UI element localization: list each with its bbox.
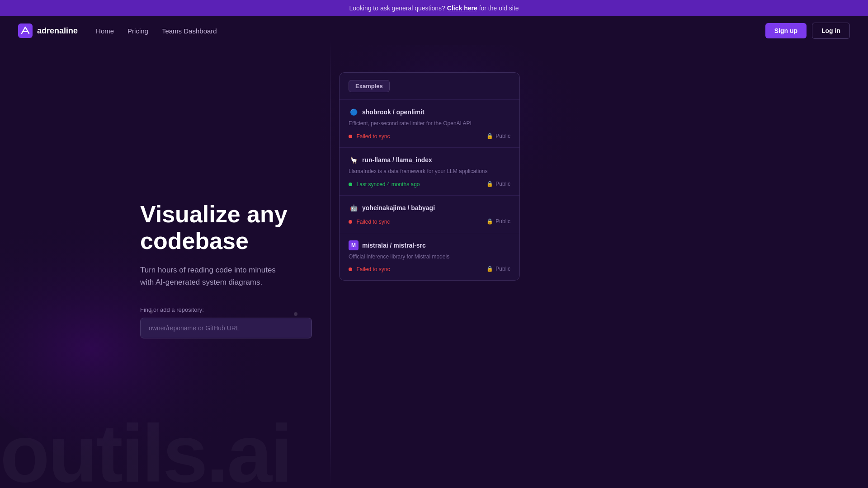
repo-name-0: shobrook / openlimit xyxy=(362,108,425,116)
repo-desc-3: Official inference library for Mistral m… xyxy=(349,253,510,261)
nav-actions: Sign up Log in xyxy=(765,23,850,39)
repo-visibility-1: 🔒 Public xyxy=(486,181,510,187)
repo-item-header-0: 🔵 shobrook / openlimit xyxy=(349,107,510,117)
repo-item-0[interactable]: 🔵 shobrook / openlimit Efficient, per-se… xyxy=(340,100,519,148)
status-dot-2 xyxy=(349,220,352,224)
repo-visibility-3: 🔒 Public xyxy=(486,266,510,272)
banner-suffix: for the old site xyxy=(479,5,519,12)
repo-avatar-0: 🔵 xyxy=(349,107,359,117)
top-banner: Looking to ask general questions? Click … xyxy=(0,0,868,16)
repo-avatar-2: 🤖 xyxy=(349,203,359,213)
repo-visibility-0: 🔒 Public xyxy=(486,133,510,139)
repo-meta-1: Last synced 4 months ago 🔒 Public xyxy=(349,180,510,188)
nav-links: Home Pricing Teams Dashboard xyxy=(96,27,765,35)
nav-link-teams[interactable]: Teams Dashboard xyxy=(162,27,217,35)
repo-name-2: yoheinakajima / babyagi xyxy=(362,204,435,211)
logo[interactable]: adrenaline xyxy=(18,23,78,38)
repo-item-2[interactable]: 🤖 yoheinakajima / babyagi Failed to sync… xyxy=(340,196,519,233)
lock-icon-1: 🔒 xyxy=(486,181,493,187)
repo-status-0: Failed to sync xyxy=(349,132,390,140)
hero-section: Visualize any codebase Turn hours of rea… xyxy=(0,45,330,488)
status-text-2: Failed to sync xyxy=(356,219,390,225)
hero-subtitle: Turn hours of reading code into minutes … xyxy=(140,264,330,288)
signup-button[interactable]: Sign up xyxy=(765,23,807,38)
repo-status-2: Failed to sync xyxy=(349,217,390,225)
login-button[interactable]: Log in xyxy=(812,23,850,39)
hero-title: Visualize any codebase xyxy=(140,201,330,255)
status-dot-1 xyxy=(349,183,352,186)
repo-meta-2: Failed to sync 🔒 Public xyxy=(349,217,510,225)
banner-link[interactable]: Click here xyxy=(447,5,477,12)
logo-icon xyxy=(18,23,33,38)
status-text-0: Failed to sync xyxy=(356,133,390,140)
repo-search-input[interactable] xyxy=(140,318,312,338)
nav-link-home[interactable]: Home xyxy=(96,27,114,35)
status-text-3: Failed to sync xyxy=(356,266,390,272)
repo-avatar-3: M xyxy=(349,240,359,250)
navbar: adrenaline Home Pricing Teams Dashboard … xyxy=(0,16,868,45)
right-panel: Examples 🔵 shobrook / openlimit Efficien… xyxy=(330,45,868,488)
status-dot-3 xyxy=(349,267,352,271)
repo-input-label: Find or add a repository: xyxy=(140,306,330,313)
repo-meta-0: Failed to sync 🔒 Public xyxy=(349,132,510,140)
nav-link-pricing[interactable]: Pricing xyxy=(127,27,148,35)
status-text-1: Last synced 4 months ago xyxy=(356,181,420,188)
repo-status-1: Last synced 4 months ago xyxy=(349,180,420,188)
lock-icon-2: 🔒 xyxy=(486,218,493,225)
repo-item-header-1: 🦙 run-llama / llama_index xyxy=(349,155,510,165)
repo-item-1[interactable]: 🦙 run-llama / llama_index LlamaIndex is … xyxy=(340,148,519,196)
examples-panel: Examples 🔵 shobrook / openlimit Efficien… xyxy=(339,72,520,281)
repo-item-header-3: M mistralai / mistral-src xyxy=(349,240,510,250)
svg-rect-0 xyxy=(18,23,33,38)
repo-meta-3: Failed to sync 🔒 Public xyxy=(349,265,510,273)
repo-item-3[interactable]: M mistralai / mistral-src Official infer… xyxy=(340,233,519,281)
examples-badge: Examples xyxy=(349,80,390,92)
status-dot-0 xyxy=(349,135,352,138)
repo-item-header-2: 🤖 yoheinakajima / babyagi xyxy=(349,203,510,213)
banner-text: Looking to ask general questions? xyxy=(349,5,445,12)
repo-avatar-1: 🦙 xyxy=(349,155,359,165)
logo-text: adrenaline xyxy=(37,26,78,36)
repo-status-3: Failed to sync xyxy=(349,265,390,273)
examples-header: Examples xyxy=(340,73,519,100)
lock-icon-0: 🔒 xyxy=(486,133,493,139)
repo-name-3: mistralai / mistral-src xyxy=(362,242,426,249)
repo-desc-1: LlamaIndex is a data framework for your … xyxy=(349,168,510,175)
repo-desc-0: Efficient, per-second rate limiter for t… xyxy=(349,120,510,127)
repo-visibility-2: 🔒 Public xyxy=(486,218,510,225)
main-content: Visualize any codebase Turn hours of rea… xyxy=(0,45,868,488)
repo-name-1: run-llama / llama_index xyxy=(362,156,432,164)
lock-icon-3: 🔒 xyxy=(486,266,493,272)
